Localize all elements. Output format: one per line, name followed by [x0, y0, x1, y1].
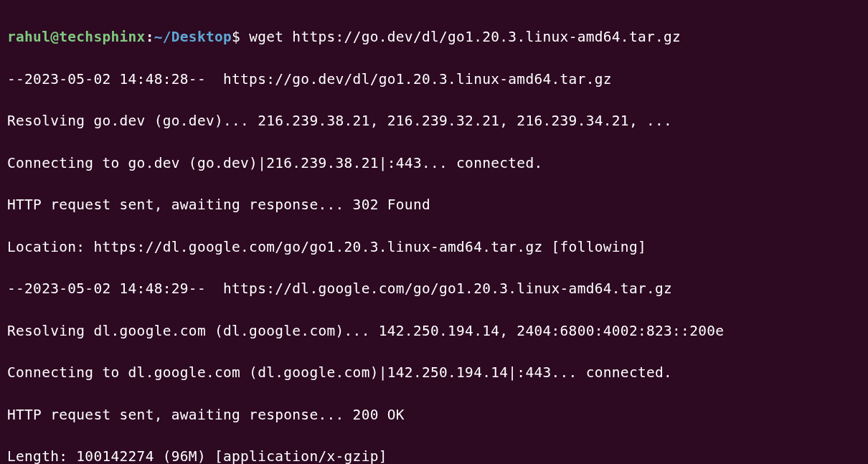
output-line: --2023-05-02 14:48:28-- https://go.dev/d… [7, 69, 861, 90]
command-input: wget https://go.dev/dl/go1.20.3.linux-am… [240, 29, 681, 45]
output-line: HTTP request sent, awaiting response... … [7, 404, 861, 425]
output-line: Resolving dl.google.com (dl.google.com).… [7, 321, 861, 341]
prompt-user: rahul@techsphinx [7, 29, 146, 45]
output-line: Location: https://dl.google.com/go/go1.2… [7, 237, 861, 257]
prompt-path: ~/Desktop [154, 29, 232, 45]
output-line: Connecting to go.dev (go.dev)|216.239.38… [7, 153, 861, 174]
output-line: Resolving go.dev (go.dev)... 216.239.38.… [7, 110, 861, 131]
prompt-line-1: rahul@techsphinx:~/Desktop$ wget https:/… [7, 27, 861, 47]
terminal-window[interactable]: rahul@techsphinx:~/Desktop$ wget https:/… [7, 6, 861, 464]
prompt-colon: : [146, 29, 154, 45]
output-line: --2023-05-02 14:48:29-- https://dl.googl… [7, 278, 861, 299]
output-line: Length: 100142274 (96M) [application/x-g… [7, 446, 861, 464]
output-line: Connecting to dl.google.com (dl.google.c… [7, 362, 861, 383]
prompt-dollar: $ [232, 29, 240, 45]
output-line: HTTP request sent, awaiting response... … [7, 194, 861, 215]
